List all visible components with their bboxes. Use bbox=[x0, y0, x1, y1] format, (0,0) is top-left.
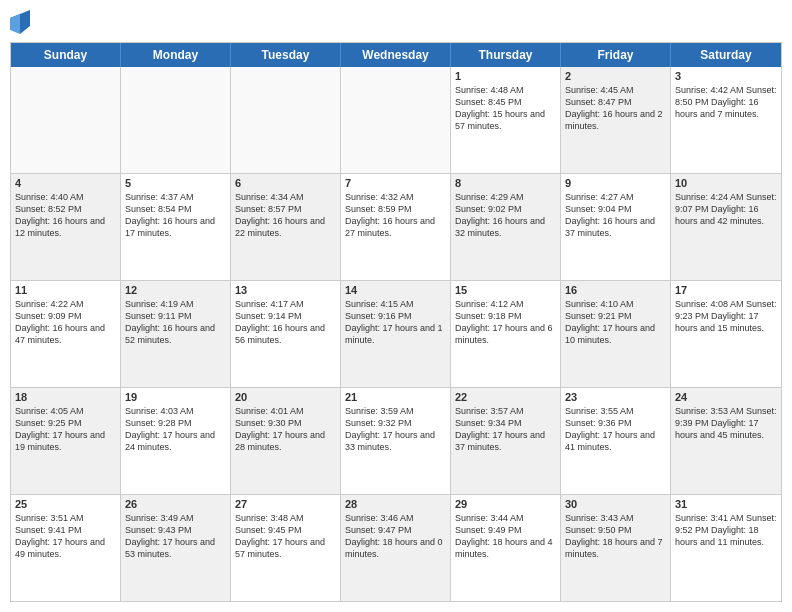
day-cell bbox=[341, 67, 451, 173]
day-cell: 19Sunrise: 4:03 AM Sunset: 9:28 PM Dayli… bbox=[121, 388, 231, 494]
day-number: 13 bbox=[235, 284, 336, 296]
day-header-friday: Friday bbox=[561, 43, 671, 67]
day-info: Sunrise: 3:41 AM Sunset: 9:52 PM Dayligh… bbox=[675, 512, 777, 548]
day-number: 31 bbox=[675, 498, 777, 510]
day-cell bbox=[231, 67, 341, 173]
day-info: Sunrise: 3:53 AM Sunset: 9:39 PM Dayligh… bbox=[675, 405, 777, 441]
day-info: Sunrise: 3:55 AM Sunset: 9:36 PM Dayligh… bbox=[565, 405, 666, 454]
day-info: Sunrise: 4:24 AM Sunset: 9:07 PM Dayligh… bbox=[675, 191, 777, 227]
calendar-body: 1Sunrise: 4:48 AM Sunset: 8:45 PM Daylig… bbox=[11, 67, 781, 601]
day-info: Sunrise: 3:59 AM Sunset: 9:32 PM Dayligh… bbox=[345, 405, 446, 454]
day-number: 23 bbox=[565, 391, 666, 403]
day-cell: 1Sunrise: 4:48 AM Sunset: 8:45 PM Daylig… bbox=[451, 67, 561, 173]
week-row-3: 11Sunrise: 4:22 AM Sunset: 9:09 PM Dayli… bbox=[11, 281, 781, 388]
day-info: Sunrise: 4:29 AM Sunset: 9:02 PM Dayligh… bbox=[455, 191, 556, 240]
day-header-monday: Monday bbox=[121, 43, 231, 67]
day-info: Sunrise: 3:51 AM Sunset: 9:41 PM Dayligh… bbox=[15, 512, 116, 561]
day-cell: 13Sunrise: 4:17 AM Sunset: 9:14 PM Dayli… bbox=[231, 281, 341, 387]
day-cell: 23Sunrise: 3:55 AM Sunset: 9:36 PM Dayli… bbox=[561, 388, 671, 494]
day-info: Sunrise: 4:12 AM Sunset: 9:18 PM Dayligh… bbox=[455, 298, 556, 347]
day-cell: 27Sunrise: 3:48 AM Sunset: 9:45 PM Dayli… bbox=[231, 495, 341, 601]
day-cell bbox=[121, 67, 231, 173]
week-row-2: 4Sunrise: 4:40 AM Sunset: 8:52 PM Daylig… bbox=[11, 174, 781, 281]
day-headers: SundayMondayTuesdayWednesdayThursdayFrid… bbox=[11, 43, 781, 67]
day-number: 10 bbox=[675, 177, 777, 189]
day-cell: 24Sunrise: 3:53 AM Sunset: 9:39 PM Dayli… bbox=[671, 388, 781, 494]
day-number: 26 bbox=[125, 498, 226, 510]
day-cell: 6Sunrise: 4:34 AM Sunset: 8:57 PM Daylig… bbox=[231, 174, 341, 280]
day-info: Sunrise: 3:43 AM Sunset: 9:50 PM Dayligh… bbox=[565, 512, 666, 561]
day-info: Sunrise: 3:57 AM Sunset: 9:34 PM Dayligh… bbox=[455, 405, 556, 454]
day-number: 7 bbox=[345, 177, 446, 189]
day-cell: 26Sunrise: 3:49 AM Sunset: 9:43 PM Dayli… bbox=[121, 495, 231, 601]
calendar: SundayMondayTuesdayWednesdayThursdayFrid… bbox=[10, 42, 782, 602]
day-number: 9 bbox=[565, 177, 666, 189]
day-number: 15 bbox=[455, 284, 556, 296]
day-number: 17 bbox=[675, 284, 777, 296]
day-cell: 12Sunrise: 4:19 AM Sunset: 9:11 PM Dayli… bbox=[121, 281, 231, 387]
day-number: 18 bbox=[15, 391, 116, 403]
day-info: Sunrise: 4:45 AM Sunset: 8:47 PM Dayligh… bbox=[565, 84, 666, 133]
day-info: Sunrise: 4:15 AM Sunset: 9:16 PM Dayligh… bbox=[345, 298, 446, 347]
day-number: 28 bbox=[345, 498, 446, 510]
svg-marker-1 bbox=[10, 14, 20, 34]
day-cell: 17Sunrise: 4:08 AM Sunset: 9:23 PM Dayli… bbox=[671, 281, 781, 387]
day-cell: 14Sunrise: 4:15 AM Sunset: 9:16 PM Dayli… bbox=[341, 281, 451, 387]
day-info: Sunrise: 4:03 AM Sunset: 9:28 PM Dayligh… bbox=[125, 405, 226, 454]
day-number: 29 bbox=[455, 498, 556, 510]
day-info: Sunrise: 4:42 AM Sunset: 8:50 PM Dayligh… bbox=[675, 84, 777, 120]
logo bbox=[10, 10, 34, 34]
day-info: Sunrise: 4:08 AM Sunset: 9:23 PM Dayligh… bbox=[675, 298, 777, 334]
week-row-4: 18Sunrise: 4:05 AM Sunset: 9:25 PM Dayli… bbox=[11, 388, 781, 495]
day-number: 22 bbox=[455, 391, 556, 403]
day-info: Sunrise: 4:01 AM Sunset: 9:30 PM Dayligh… bbox=[235, 405, 336, 454]
day-cell: 5Sunrise: 4:37 AM Sunset: 8:54 PM Daylig… bbox=[121, 174, 231, 280]
day-number: 24 bbox=[675, 391, 777, 403]
day-cell: 31Sunrise: 3:41 AM Sunset: 9:52 PM Dayli… bbox=[671, 495, 781, 601]
day-header-saturday: Saturday bbox=[671, 43, 781, 67]
day-info: Sunrise: 3:49 AM Sunset: 9:43 PM Dayligh… bbox=[125, 512, 226, 561]
day-cell: 20Sunrise: 4:01 AM Sunset: 9:30 PM Dayli… bbox=[231, 388, 341, 494]
day-info: Sunrise: 3:44 AM Sunset: 9:49 PM Dayligh… bbox=[455, 512, 556, 561]
day-number: 4 bbox=[15, 177, 116, 189]
day-number: 30 bbox=[565, 498, 666, 510]
day-number: 3 bbox=[675, 70, 777, 82]
day-cell: 22Sunrise: 3:57 AM Sunset: 9:34 PM Dayli… bbox=[451, 388, 561, 494]
day-info: Sunrise: 4:22 AM Sunset: 9:09 PM Dayligh… bbox=[15, 298, 116, 347]
day-cell: 4Sunrise: 4:40 AM Sunset: 8:52 PM Daylig… bbox=[11, 174, 121, 280]
page: SundayMondayTuesdayWednesdayThursdayFrid… bbox=[0, 0, 792, 612]
day-info: Sunrise: 3:48 AM Sunset: 9:45 PM Dayligh… bbox=[235, 512, 336, 561]
day-cell: 7Sunrise: 4:32 AM Sunset: 8:59 PM Daylig… bbox=[341, 174, 451, 280]
day-info: Sunrise: 4:10 AM Sunset: 9:21 PM Dayligh… bbox=[565, 298, 666, 347]
day-number: 8 bbox=[455, 177, 556, 189]
day-header-sunday: Sunday bbox=[11, 43, 121, 67]
day-cell: 10Sunrise: 4:24 AM Sunset: 9:07 PM Dayli… bbox=[671, 174, 781, 280]
day-number: 1 bbox=[455, 70, 556, 82]
day-number: 14 bbox=[345, 284, 446, 296]
day-info: Sunrise: 3:46 AM Sunset: 9:47 PM Dayligh… bbox=[345, 512, 446, 561]
day-number: 21 bbox=[345, 391, 446, 403]
day-cell: 28Sunrise: 3:46 AM Sunset: 9:47 PM Dayli… bbox=[341, 495, 451, 601]
day-header-thursday: Thursday bbox=[451, 43, 561, 67]
day-cell: 15Sunrise: 4:12 AM Sunset: 9:18 PM Dayli… bbox=[451, 281, 561, 387]
day-cell: 25Sunrise: 3:51 AM Sunset: 9:41 PM Dayli… bbox=[11, 495, 121, 601]
day-number: 19 bbox=[125, 391, 226, 403]
day-number: 2 bbox=[565, 70, 666, 82]
day-cell bbox=[11, 67, 121, 173]
day-info: Sunrise: 4:17 AM Sunset: 9:14 PM Dayligh… bbox=[235, 298, 336, 347]
week-row-5: 25Sunrise: 3:51 AM Sunset: 9:41 PM Dayli… bbox=[11, 495, 781, 601]
day-cell: 21Sunrise: 3:59 AM Sunset: 9:32 PM Dayli… bbox=[341, 388, 451, 494]
day-cell: 30Sunrise: 3:43 AM Sunset: 9:50 PM Dayli… bbox=[561, 495, 671, 601]
day-number: 12 bbox=[125, 284, 226, 296]
day-info: Sunrise: 4:37 AM Sunset: 8:54 PM Dayligh… bbox=[125, 191, 226, 240]
day-header-wednesday: Wednesday bbox=[341, 43, 451, 67]
week-row-1: 1Sunrise: 4:48 AM Sunset: 8:45 PM Daylig… bbox=[11, 67, 781, 174]
day-info: Sunrise: 4:32 AM Sunset: 8:59 PM Dayligh… bbox=[345, 191, 446, 240]
day-number: 16 bbox=[565, 284, 666, 296]
day-header-tuesday: Tuesday bbox=[231, 43, 341, 67]
day-number: 20 bbox=[235, 391, 336, 403]
day-cell: 29Sunrise: 3:44 AM Sunset: 9:49 PM Dayli… bbox=[451, 495, 561, 601]
day-info: Sunrise: 4:40 AM Sunset: 8:52 PM Dayligh… bbox=[15, 191, 116, 240]
day-info: Sunrise: 4:27 AM Sunset: 9:04 PM Dayligh… bbox=[565, 191, 666, 240]
header bbox=[10, 10, 782, 34]
